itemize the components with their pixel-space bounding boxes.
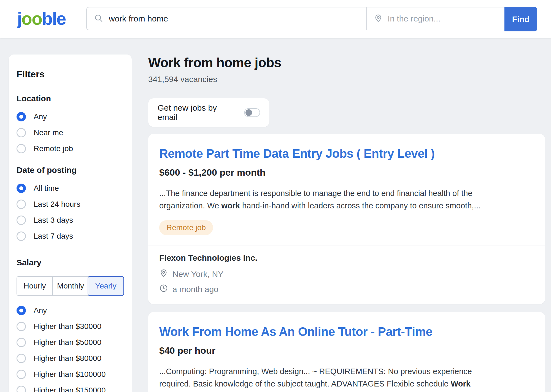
job-description-part: hand-in-hand with leaders across the com… [240, 201, 481, 210]
tab-yearly[interactable]: Yearly [88, 276, 124, 296]
keyword-search-field [87, 7, 366, 30]
radio-label: Any [34, 306, 47, 315]
salary-option-150000[interactable]: Higher than $150000 [17, 386, 124, 392]
radio-icon[interactable] [17, 386, 26, 392]
date-option-last-24-hours[interactable]: Last 24 hours [17, 200, 124, 209]
job-title-link[interactable]: Remote Part Time Data Entry Jobs ( Entry… [159, 147, 534, 160]
job-location: New York, NY [172, 270, 223, 279]
logo-part-ble: ble [42, 9, 66, 29]
job-description-part: ...Computing: Programming, Web design...… [159, 367, 472, 388]
job-description: ...The finance department is responsible… [159, 187, 504, 212]
salary-option-50000[interactable]: Higher than $50000 [17, 338, 124, 347]
salary-option-100000[interactable]: Higher than $100000 [17, 370, 124, 379]
job-card[interactable]: Remote Part Time Data Entry Jobs ( Entry… [148, 134, 545, 304]
radio-label: Higher than $100000 [34, 370, 106, 379]
radio-label: Any [34, 112, 47, 121]
date-option-last-7-days[interactable]: Last 7 days [17, 232, 124, 241]
radio-icon[interactable] [17, 144, 26, 153]
company-name: Flexon Technologies Inc. [159, 253, 534, 263]
location-filter-label: Location [17, 94, 124, 103]
radio-icon[interactable] [17, 354, 26, 363]
email-subscribe-label: Get new jobs by email [158, 103, 237, 122]
results-column: Work from home jobs 341,594 vacancies Ge… [148, 55, 545, 392]
filters-title: Filters [17, 69, 124, 80]
salary-option-80000[interactable]: Higher than $80000 [17, 354, 124, 363]
map-pin-icon [159, 269, 168, 279]
location-option-near-me[interactable]: Near me [17, 128, 124, 137]
filters-panel: Filters Location Any Near me Remote job … [9, 55, 132, 392]
region-search-field [366, 7, 505, 30]
location-option-remote-job[interactable]: Remote job [17, 144, 124, 153]
radio-icon[interactable] [17, 200, 26, 209]
radio-icon[interactable] [17, 232, 26, 241]
logo-part-j: j [17, 9, 21, 29]
location-option-any[interactable]: Any [17, 112, 124, 121]
date-filter-label: Date of posting [17, 165, 124, 175]
salary-option-any[interactable]: Any [17, 306, 124, 315]
salary-period-tabs: Hourly Monthly Yearly [17, 276, 124, 296]
email-subscribe-toggle[interactable] [244, 108, 260, 117]
find-button[interactable]: Find [504, 7, 537, 31]
radio-icon[interactable] [17, 128, 26, 137]
search-icon [94, 13, 103, 24]
clock-icon [159, 284, 168, 295]
radio-label: Higher than $50000 [34, 338, 101, 347]
job-location-row: New York, NY [159, 269, 534, 279]
job-title-link[interactable]: Work From Home As An Online Tutor - Part… [159, 325, 534, 339]
date-options: All time Last 24 hours Last 3 days Last … [17, 184, 124, 241]
date-option-all-time[interactable]: All time [17, 184, 124, 193]
radio-label: Remote job [34, 144, 73, 153]
radio-label: Higher than $30000 [34, 322, 101, 331]
radio-icon[interactable] [17, 216, 26, 225]
tab-monthly[interactable]: Monthly [52, 277, 88, 295]
radio-label: Last 7 days [34, 232, 73, 241]
radio-selected-icon[interactable] [17, 306, 26, 315]
job-posted: a month ago [172, 285, 218, 294]
radio-selected-icon[interactable] [17, 184, 26, 193]
page-title: Work from home jobs [148, 55, 545, 70]
remote-job-badge: Remote job [159, 220, 213, 235]
radio-icon[interactable] [17, 338, 26, 347]
job-card[interactable]: Work From Home As An Online Tutor - Part… [148, 312, 545, 392]
logo-part-oo: oo [21, 9, 42, 29]
job-salary: $600 - $1,200 per month [159, 167, 534, 178]
radio-icon[interactable] [17, 370, 26, 379]
vacancies-count: 341,594 vacancies [148, 75, 545, 84]
top-header: jooble Find [0, 0, 551, 38]
location-pin-icon [374, 14, 383, 24]
job-posted-row: a month ago [159, 284, 534, 295]
jooble-logo[interactable]: jooble [17, 5, 66, 32]
radio-label: Last 3 days [34, 216, 73, 225]
radio-label: Near me [34, 128, 63, 137]
salary-option-30000[interactable]: Higher than $30000 [17, 322, 124, 331]
radio-icon[interactable] [17, 322, 26, 331]
job-description-highlight: work [221, 201, 240, 210]
date-option-last-3-days[interactable]: Last 3 days [17, 216, 124, 225]
radio-label: Higher than $150000 [34, 386, 106, 392]
salary-options: Any Higher than $30000 Higher than $5000… [17, 306, 124, 392]
job-description-highlight: Work [451, 379, 471, 388]
tab-hourly[interactable]: Hourly [17, 277, 52, 295]
region-input[interactable] [388, 14, 505, 23]
radio-label: Higher than $80000 [34, 354, 101, 363]
card-divider [148, 246, 545, 246]
radio-label: All time [34, 184, 59, 193]
search-input[interactable] [109, 14, 366, 23]
email-subscribe-card: Get new jobs by email [148, 98, 269, 127]
salary-filter-label: Salary [17, 258, 124, 267]
job-salary: $40 per hour [159, 345, 534, 356]
location-options: Any Near me Remote job [17, 112, 124, 153]
radio-selected-icon[interactable] [17, 112, 26, 121]
radio-label: Last 24 hours [34, 200, 80, 209]
job-description: ...Computing: Programming, Web design...… [159, 365, 504, 392]
search-bar: Find [86, 7, 537, 30]
